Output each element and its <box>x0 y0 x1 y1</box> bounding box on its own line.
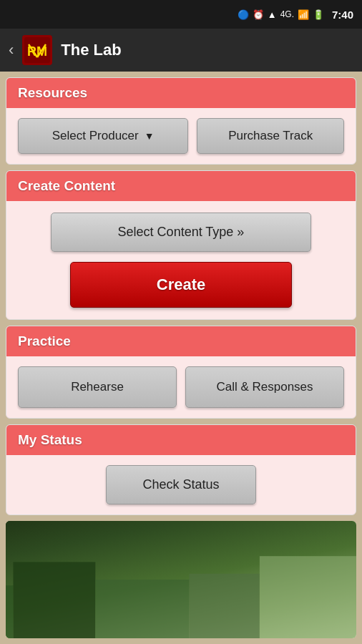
purchase-track-label: Purchase Track <box>228 129 313 143</box>
create-content-body: Select Content Type » Create <box>6 201 356 319</box>
bottom-image <box>6 521 356 638</box>
wifi-icon: ▲ <box>268 9 277 20</box>
status-time: 7:40 <box>332 9 353 21</box>
back-button[interactable]: ‹ <box>9 41 14 59</box>
practice-section: Practice Rehearse Call & Responses <box>6 326 356 419</box>
svg-rect-6 <box>6 585 13 638</box>
my-status-header: My Status <box>6 425 356 455</box>
resources-buttons: Select Producer Purchase Track <box>18 118 344 154</box>
check-status-button[interactable]: Check Status <box>106 465 255 504</box>
check-status-label: Check Status <box>142 477 219 492</box>
svg-rect-10 <box>260 556 356 638</box>
create-button[interactable]: Create <box>70 262 292 308</box>
page-title: The Lab <box>61 41 121 59</box>
svg-rect-8 <box>95 580 189 638</box>
my-status-body: Check Status <box>6 455 356 514</box>
resources-title: Resources <box>18 85 87 100</box>
nav-bar: ‹ RM The Lab <box>0 29 362 72</box>
svg-rect-7 <box>13 562 95 638</box>
call-responses-button[interactable]: Call & Responses <box>185 366 344 408</box>
select-content-type-button[interactable]: Select Content Type » <box>51 213 312 252</box>
create-content-header: Create Content <box>6 171 356 201</box>
practice-body: Rehearse Call & Responses <box>6 356 356 418</box>
rehearse-label: Rehearse <box>71 380 124 394</box>
signal-4g-icon: 4G. <box>280 9 294 19</box>
practice-buttons: Rehearse Call & Responses <box>18 366 344 408</box>
signal-bars-icon: 📶 <box>298 9 309 20</box>
resources-section: Resources Select Producer Purchase Track <box>6 77 356 165</box>
practice-title: Practice <box>18 333 71 348</box>
rehearse-button[interactable]: Rehearse <box>18 366 177 408</box>
select-content-type-label: Select Content Type » <box>118 225 245 239</box>
my-status-section: My Status Check Status <box>6 424 356 515</box>
svg-rect-9 <box>189 574 259 638</box>
alarm-icon: ⏰ <box>253 9 264 20</box>
bluetooth-icon: 🔵 <box>238 9 249 20</box>
create-content-section: Create Content Select Content Type » Cre… <box>6 170 356 320</box>
create-label: Create <box>157 275 205 293</box>
purchase-track-button[interactable]: Purchase Track <box>197 118 344 154</box>
call-responses-label: Call & Responses <box>216 380 313 394</box>
main-content: Resources Select Producer Purchase Track… <box>0 72 362 644</box>
practice-header: Practice <box>6 326 356 356</box>
chevron-down-icon <box>145 129 155 143</box>
select-producer-button[interactable]: Select Producer <box>18 118 188 154</box>
status-bar: 🔵 ⏰ ▲ 4G. 📶 🔋 7:40 <box>0 0 362 29</box>
resources-header: Resources <box>6 78 356 108</box>
app-logo: RM <box>22 35 52 65</box>
select-producer-label: Select Producer <box>52 129 139 143</box>
battery-icon: 🔋 <box>313 9 324 20</box>
my-status-title: My Status <box>18 432 82 447</box>
resources-body: Select Producer Purchase Track <box>6 108 356 164</box>
status-icons: 🔵 ⏰ ▲ 4G. 📶 🔋 7:40 <box>238 9 353 21</box>
create-content-title: Create Content <box>18 178 115 193</box>
